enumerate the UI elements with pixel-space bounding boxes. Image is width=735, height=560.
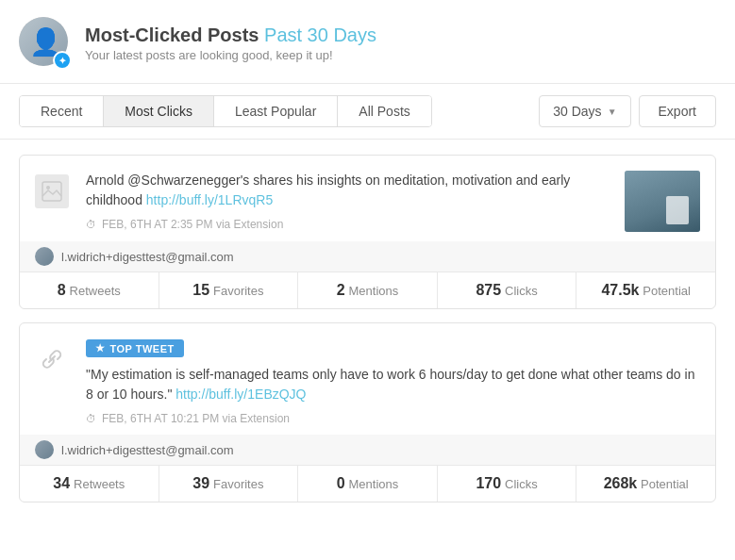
days-label: 30 Days: [553, 104, 601, 119]
stat-favorites: 39 Favorites: [159, 466, 299, 502]
days-filter-button[interactable]: 30 Days ▼: [539, 95, 630, 127]
export-button[interactable]: Export: [639, 95, 716, 127]
toolbar-right: 30 Days ▼ Export: [539, 95, 716, 127]
post-body: ★ TOP TWEET "My estimation is self-manag…: [20, 323, 715, 435]
stat-label: Favorites: [213, 477, 263, 491]
post-content: ★ TOP TWEET "My estimation is self-manag…: [86, 338, 700, 425]
post-thumbnail: [625, 171, 700, 232]
post-author: l.widrich+digesttest@gmail.com: [61, 443, 234, 457]
tab-most-clicks[interactable]: Most Clicks: [104, 96, 214, 126]
tab-group: Recent Most Clicks Least Popular All Pos…: [19, 95, 432, 127]
post-link[interactable]: http://buff.ly/1LRvqR5: [146, 192, 273, 207]
posts-container: Arnold @Schwarzenegger's shares his insi…: [0, 140, 735, 518]
twitter-icon: ✦: [58, 56, 66, 66]
stat-label: Clicks: [505, 477, 538, 491]
thumbnail-image: [625, 171, 700, 232]
stat-label: Retweets: [74, 477, 125, 491]
post-content: Arnold @Schwarzenegger's shares his insi…: [86, 171, 611, 232]
post-card: ★ TOP TWEET "My estimation is self-manag…: [19, 322, 716, 502]
title-highlight: Past 30 Days: [264, 25, 376, 45]
page-title: Most-Clicked Posts Past 30 Days: [85, 25, 376, 46]
chevron-down-icon: ▼: [608, 107, 617, 117]
author-avatar: [35, 440, 54, 459]
stat-mentions: 2 Mentions: [298, 272, 438, 308]
clock-icon: ⏱: [86, 219, 96, 230]
stat-retweets: 34 Retweets: [20, 466, 159, 502]
toolbar: Recent Most Clicks Least Popular All Pos…: [0, 84, 735, 140]
post-author: l.widrich+digesttest@gmail.com: [61, 250, 234, 264]
stat-label: Clicks: [505, 284, 538, 298]
post-icon: [35, 338, 73, 425]
stat-potential: 268k Potential: [576, 466, 715, 502]
stat-label: Mentions: [349, 284, 399, 298]
post-icon: [35, 171, 73, 232]
author-avatar: [35, 247, 54, 266]
tab-recent[interactable]: Recent: [20, 96, 104, 126]
svg-rect-0: [42, 182, 61, 201]
post-stats: 34 Retweets 39 Favorites 0 Mentions 170 …: [20, 465, 715, 502]
tab-all-posts[interactable]: All Posts: [338, 96, 430, 126]
stat-retweets: 8 Retweets: [20, 272, 159, 308]
page-subtitle: Your latest posts are looking good, keep…: [85, 48, 376, 62]
top-tweet-badge: ★ TOP TWEET: [86, 339, 184, 357]
post-author-bar: l.widrich+digesttest@gmail.com: [20, 435, 715, 465]
stat-label: Potential: [641, 477, 689, 491]
post-link[interactable]: http://buff.ly/1EBzQJQ: [175, 387, 306, 402]
post-card: Arnold @Schwarzenegger's shares his insi…: [19, 155, 716, 309]
clock-icon: ⏱: [86, 413, 96, 424]
tab-least-popular[interactable]: Least Popular: [214, 96, 338, 126]
stat-potential: 47.5k Potential: [576, 272, 715, 308]
stat-num: 15: [192, 282, 209, 298]
stat-mentions: 0 Mentions: [298, 466, 438, 502]
svg-point-1: [46, 186, 50, 189]
stat-clicks: 170 Clicks: [438, 466, 577, 502]
stat-label: Mentions: [349, 477, 399, 491]
stat-num: 170: [476, 475, 501, 491]
top-tweet-label: TOP TWEET: [110, 343, 175, 354]
stat-num: 39: [192, 475, 209, 491]
post-stats: 8 Retweets 15 Favorites 2 Mentions 875 C…: [20, 272, 715, 308]
stat-num: 8: [58, 282, 66, 298]
stat-num: 875: [476, 282, 501, 298]
post-author-bar: l.widrich+digesttest@gmail.com: [20, 241, 715, 272]
stat-label: Potential: [643, 284, 691, 298]
stat-num: 34: [53, 475, 70, 491]
stat-label: Favorites: [213, 284, 263, 298]
stat-num: 268k: [604, 475, 638, 491]
stat-num: 0: [337, 475, 345, 491]
post-text: "My estimation is self-managed teams onl…: [86, 365, 700, 404]
star-icon: ★: [95, 342, 106, 354]
post-body: Arnold @Schwarzenegger's shares his insi…: [20, 156, 715, 241]
post-date: FEB, 6TH AT 10:21 PM via Extension: [102, 412, 290, 425]
stat-num: 47.5k: [601, 282, 639, 298]
post-meta: ⏱ FEB, 6TH AT 10:21 PM via Extension: [86, 412, 700, 425]
avatar-wrap: ✦: [19, 17, 72, 70]
title-main: Most-Clicked Posts: [85, 25, 259, 45]
image-placeholder-icon: [35, 174, 69, 208]
stat-label: Retweets: [70, 284, 121, 298]
header-text: Most-Clicked Posts Past 30 Days Your lat…: [85, 25, 376, 62]
post-text: Arnold @Schwarzenegger's shares his insi…: [86, 171, 611, 210]
twitter-badge: ✦: [53, 51, 72, 70]
post-meta: ⏱ FEB, 6TH AT 2:35 PM via Extension: [86, 218, 611, 231]
stat-num: 2: [337, 282, 345, 298]
page-header: ✦ Most-Clicked Posts Past 30 Days Your l…: [0, 0, 735, 84]
stat-favorites: 15 Favorites: [159, 272, 299, 308]
link-icon: [35, 342, 69, 376]
post-date: FEB, 6TH AT 2:35 PM via Extension: [102, 218, 283, 231]
stat-clicks: 875 Clicks: [438, 272, 577, 308]
